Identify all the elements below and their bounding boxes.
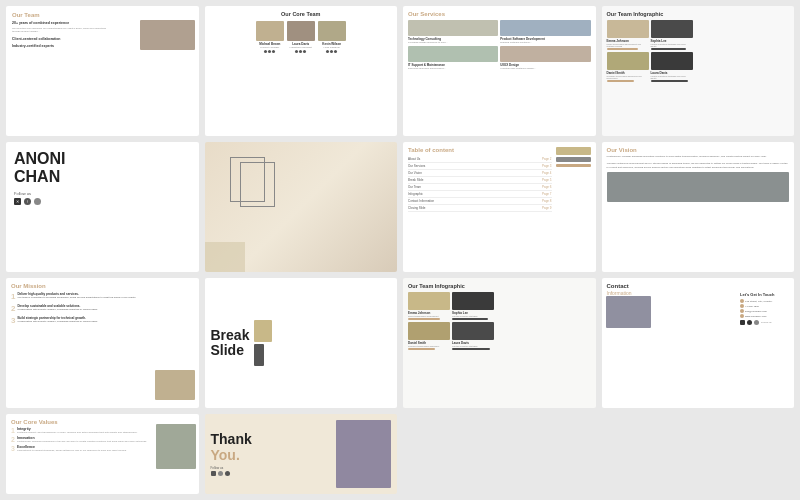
slide10-line2: Slide	[211, 342, 244, 358]
slide3-service-2: Product Software Development Building so…	[500, 20, 590, 44]
slide3-service1-img	[408, 20, 498, 36]
location-icon	[740, 299, 744, 303]
email-icon	[740, 309, 744, 313]
slide5-logo: ANONI CHAN	[14, 150, 191, 185]
slide13-value1-text: Integrity Fostering honesty and transpar…	[17, 427, 138, 434]
slide11-member-2: Sophia Lee Creates marketing strategies	[452, 292, 494, 320]
slide12-contact-info: Let's Get In Touch 123 Street, City, Cou…	[740, 292, 790, 325]
toc-label-1: About Us	[408, 157, 420, 161]
slide14-twitter-icon	[211, 471, 216, 476]
slide11-member4-desc: Creates marketing strategies	[452, 345, 494, 347]
slide7-row-8: Closing Slide Page 9	[408, 205, 552, 212]
slide4-member4-img	[651, 52, 693, 70]
slide2-member1-icons	[256, 50, 284, 53]
slide7-deco-bar1	[556, 147, 591, 155]
slide4-member-3: Daniel Smith Increases technological awa…	[607, 52, 649, 82]
icon-dot	[330, 50, 333, 53]
slide11-member2-desc: Creates marketing strategies	[452, 315, 494, 317]
slide2-member-1: Michael Brown Product Manager	[256, 21, 284, 53]
slide10-text: Break Slide	[211, 328, 250, 359]
slide13-value3-num: 3	[11, 445, 15, 452]
icon-dot	[326, 50, 329, 53]
slide13-value2-num: 2	[11, 436, 15, 443]
slide7-row-6: Infographic Page 7	[408, 191, 552, 198]
slide1-label2: Industry-certified experts	[12, 44, 111, 49]
slide8-text2: Through continuous improvement and by st…	[607, 162, 790, 170]
slide-contact: Contact Information Let's Get In Touch 1…	[602, 278, 795, 408]
slide-thank-you: Thank You. Follow us	[205, 414, 398, 494]
slide11-member3-desc: Increases technological awareness	[408, 345, 450, 347]
slide12-title: Contact	[607, 283, 790, 289]
slide9-title: Our Mission	[11, 283, 194, 289]
slide9-mission-3: 3 Build strategic partnership for techni…	[11, 316, 194, 325]
slide-break: Break Slide	[205, 278, 398, 408]
slide2-title: Our Core Team	[210, 11, 393, 17]
slide4-member3-bar	[607, 80, 634, 82]
slide2-member2-icons	[287, 50, 315, 53]
slide11-member1-img	[408, 292, 450, 310]
slide4-member-4: Laura Davis Creates marketing strategies…	[651, 52, 693, 82]
toc-page-8: Page 9	[542, 206, 552, 210]
slide-grid: Our Team 20+ years of combined experienc…	[0, 0, 800, 500]
slide-core-values: Our Core Values 1 Integrity Fostering ho…	[6, 414, 199, 494]
slide11-member1-desc: Drives technological advancement	[408, 315, 450, 317]
slide7-row-5: Our Team Page 6	[408, 184, 552, 191]
slide12-website: www.company.com	[745, 315, 766, 318]
slide1-title: Our Team	[12, 12, 193, 18]
icon-dot	[334, 50, 337, 53]
toc-label-7: Contact Information	[408, 199, 434, 203]
toc-page-5: Page 6	[542, 185, 552, 189]
slide1-exp: 20+ years of combined experience	[12, 21, 111, 26]
slide4-member2-img	[651, 20, 693, 38]
slide5-social-icons: ✕ f	[14, 198, 191, 205]
slide13-value3-desc: Commitment to highest standards, never s…	[17, 449, 127, 452]
slide11-member-3: Daniel Smith Increases technological awa…	[408, 322, 450, 350]
slide13-value1-desc: Fostering honesty and transparency in ev…	[17, 431, 138, 434]
slide12-contact-image	[606, 296, 651, 328]
slide3-service1-desc: Providing design guidance to help...	[408, 41, 498, 44]
slide11-row2: Daniel Smith Increases technological awa…	[408, 322, 591, 350]
toc-label-3: Our Vision	[408, 171, 422, 175]
slide12-get-in-touch: Let's Get In Touch	[740, 292, 790, 297]
slide11-member4-bar	[452, 348, 490, 350]
slide3-service-1: Technology Consulting Providing design g…	[408, 20, 498, 44]
slide-toc: Table of content About Us Page 2 Our Ser…	[403, 142, 596, 272]
toc-page-2: Page 3	[542, 164, 552, 168]
slide-team-infographic: Our Team Infographic Emma Johnson Drives…	[602, 6, 795, 136]
slide11-member3-bar	[408, 348, 435, 350]
slide7-deco	[556, 147, 591, 167]
slide11-title: Our Team Infographic	[408, 283, 591, 289]
slide-team-infographic-2: Our Team Infographic Emma Johnson Drives…	[403, 278, 596, 408]
slide4-member3-desc: Increases technological awareness and pe…	[607, 75, 649, 79]
slide5-logo-line2: CHAN	[14, 168, 60, 185]
phone-icon	[740, 304, 744, 308]
slide14-follow-label: Follow us	[211, 466, 252, 470]
slide10-deco-box2	[254, 344, 264, 366]
icon-dot	[268, 50, 271, 53]
slide9-mission-image	[155, 370, 195, 400]
slide1-desc: We prioritize and champion for understan…	[12, 27, 111, 34]
slide11-member2-bar	[452, 318, 488, 320]
slide4-title: Our Team Infographic	[607, 11, 790, 17]
slide14-thank-text: Thank You.	[211, 432, 252, 463]
slide4-member2-bar	[651, 48, 687, 50]
slide3-title: Our Services	[408, 11, 591, 17]
toc-label-4: Break Slide	[408, 178, 423, 182]
slide4-member2-desc: Creates marketing strategies and brand i…	[651, 43, 693, 47]
slide13-value3-text: Excellence Commitment to highest standar…	[17, 445, 127, 452]
slide14-thank-line2: You.	[211, 447, 240, 463]
slide2-member1-role: Product Manager	[256, 46, 284, 49]
slide11-member3-img	[408, 322, 450, 340]
slide12-twitter-icon	[740, 320, 745, 325]
slide12-address-row: 123 Street, City, Country	[740, 299, 790, 303]
slide11-member-1: Emma Johnson Drives technological advanc…	[408, 292, 450, 320]
slide14-thank-line1: Thank	[211, 431, 252, 447]
slide10-deco	[254, 320, 272, 366]
slide13-team-image	[156, 424, 196, 469]
slide14-left: Thank You. Follow us	[211, 432, 252, 476]
slide3-service4-img	[500, 46, 590, 62]
slide7-row-2: Our Services Page 3	[408, 163, 552, 170]
slide-services: Our Services Technology Consulting Provi…	[403, 6, 596, 136]
slide7-deco-bar3	[556, 164, 591, 167]
toc-label-8: Closing Slide	[408, 206, 426, 210]
